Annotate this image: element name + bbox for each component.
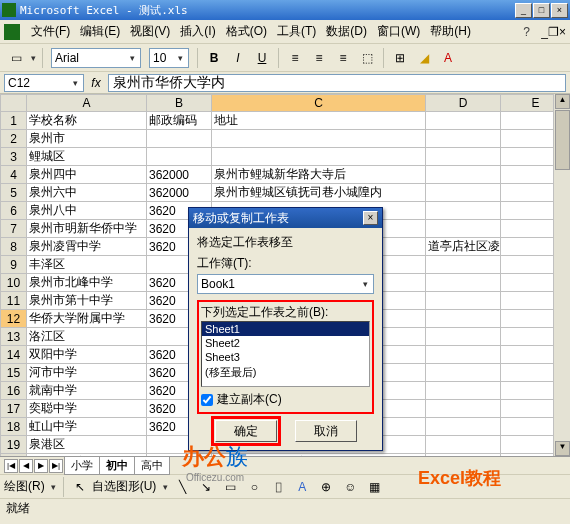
row-header[interactable]: 19 [1, 436, 27, 454]
cell[interactable] [426, 202, 501, 220]
rect-icon[interactable]: ▭ [219, 476, 241, 498]
cell[interactable] [426, 436, 501, 454]
scroll-up-icon[interactable]: ▲ [555, 94, 570, 109]
menu-insert[interactable]: 插入(I) [175, 21, 220, 42]
workbook-select[interactable]: Book1▾ [197, 274, 374, 294]
list-item-selected[interactable]: Sheet1 [202, 322, 369, 336]
row-header[interactable]: 3 [1, 148, 27, 166]
cell[interactable] [426, 454, 501, 457]
cell[interactable]: 泉州市鲤城区镇抚司巷小城隍内 [212, 184, 426, 202]
cell[interactable] [426, 400, 501, 418]
doc-min-button[interactable]: _ [541, 25, 548, 39]
col-C[interactable]: C [212, 95, 426, 112]
menu-view[interactable]: 视图(V) [125, 21, 175, 42]
cell[interactable]: 河市中学 [27, 364, 147, 382]
minimize-button[interactable]: _ [515, 3, 532, 18]
cell[interactable]: 362000 [147, 184, 212, 202]
cell[interactable] [212, 130, 426, 148]
cell[interactable]: 泉州凌霄中学 [27, 238, 147, 256]
maximize-button[interactable]: □ [533, 3, 550, 18]
sheet-tab[interactable]: 高中 [134, 456, 170, 475]
row-header[interactable]: 15 [1, 364, 27, 382]
pointer-icon[interactable]: ↖ [69, 476, 91, 498]
oval-icon[interactable]: ○ [243, 476, 265, 498]
list-item[interactable]: Sheet3 [202, 350, 369, 364]
create-copy-checkbox[interactable]: 建立副本(C) [201, 391, 370, 408]
textbox-icon[interactable]: ⌷ [267, 476, 289, 498]
arrow-icon[interactable]: ↘ [195, 476, 217, 498]
row-header[interactable]: 14 [1, 346, 27, 364]
menu-tools[interactable]: 工具(T) [272, 21, 321, 42]
row-header[interactable]: 17 [1, 400, 27, 418]
cell[interactable] [426, 256, 501, 274]
tab-nav-next[interactable]: ▶ [34, 459, 48, 473]
tab-nav-first[interactable]: |◀ [4, 459, 18, 473]
cell[interactable] [426, 274, 501, 292]
menu-window[interactable]: 窗口(W) [372, 21, 425, 42]
row-header[interactable]: 13 [1, 328, 27, 346]
cell[interactable]: 泉州市第十中学 [27, 292, 147, 310]
merge-button[interactable]: ⬚ [356, 47, 378, 69]
doc-close-button[interactable]: × [559, 25, 566, 39]
cell[interactable]: 鲤城区 [27, 148, 147, 166]
italic-button[interactable]: I [227, 47, 249, 69]
tab-nav-last[interactable]: ▶| [49, 459, 63, 473]
row-header[interactable]: 11 [1, 292, 27, 310]
cell[interactable] [426, 112, 501, 130]
menu-edit[interactable]: 编辑(E) [75, 21, 125, 42]
cell[interactable]: 道亭店社区凌霄路321号 [426, 238, 501, 256]
cell[interactable] [426, 364, 501, 382]
scroll-down-icon[interactable]: ▼ [555, 441, 570, 456]
row-header[interactable]: 8 [1, 238, 27, 256]
menu-file[interactable]: 文件(F) [26, 21, 75, 42]
row-header[interactable]: 16 [1, 382, 27, 400]
picture-icon[interactable]: ▦ [363, 476, 385, 498]
row-header[interactable]: 2 [1, 130, 27, 148]
list-item[interactable]: Sheet2 [202, 336, 369, 350]
cell[interactable]: 泉港区清美中学 [27, 454, 147, 457]
row-header[interactable]: 12 [1, 310, 27, 328]
cell[interactable] [426, 166, 501, 184]
cell[interactable] [426, 184, 501, 202]
cell[interactable]: 邮政编码 [147, 112, 212, 130]
new-dropdown[interactable]: ▾ [28, 53, 38, 63]
cell[interactable]: 地址 [212, 112, 426, 130]
font-name-select[interactable]: Arial▾ [51, 48, 141, 68]
cell[interactable] [426, 130, 501, 148]
border-button[interactable]: ⊞ [389, 47, 411, 69]
autoshapes-menu[interactable]: 自选图形(U) [92, 478, 157, 495]
cell[interactable] [426, 346, 501, 364]
cell[interactable]: 虹山中学 [27, 418, 147, 436]
row-header[interactable]: 1 [1, 112, 27, 130]
list-item[interactable]: (移至最后) [202, 364, 369, 381]
menu-data[interactable]: 数据(D) [321, 21, 372, 42]
cell[interactable]: 泉州八中 [27, 202, 147, 220]
cell[interactable] [212, 148, 426, 166]
cell[interactable]: 362815 [147, 454, 212, 457]
sheet-listbox[interactable]: Sheet1 Sheet2 Sheet3 (移至最后) [201, 321, 370, 387]
sheet-tab-active[interactable]: 初中 [99, 456, 135, 475]
row-header[interactable]: 6 [1, 202, 27, 220]
cell[interactable] [426, 220, 501, 238]
cell[interactable] [426, 310, 501, 328]
row-header[interactable]: 18 [1, 418, 27, 436]
cell[interactable] [426, 328, 501, 346]
fill-color-button[interactable]: ◢ [413, 47, 435, 69]
formula-bar[interactable]: 泉州市华侨大学内 [108, 74, 566, 92]
close-button[interactable]: × [551, 3, 568, 18]
ok-button[interactable]: 确定 [215, 420, 277, 442]
col-B[interactable]: B [147, 95, 212, 112]
bold-button[interactable]: B [203, 47, 225, 69]
cell[interactable]: 华侨大学附属中学 [27, 310, 147, 328]
cell[interactable]: 泉港区 [27, 436, 147, 454]
select-all[interactable] [1, 95, 27, 112]
cell[interactable]: 就南中学 [27, 382, 147, 400]
cell[interactable] [426, 148, 501, 166]
cancel-button[interactable]: 取消 [295, 420, 357, 442]
cell[interactable]: 丰泽区 [27, 256, 147, 274]
row-header[interactable]: 4 [1, 166, 27, 184]
cell[interactable]: 362000 [147, 166, 212, 184]
cell[interactable] [426, 382, 501, 400]
align-left-button[interactable]: ≡ [284, 47, 306, 69]
row-header[interactable]: 7 [1, 220, 27, 238]
